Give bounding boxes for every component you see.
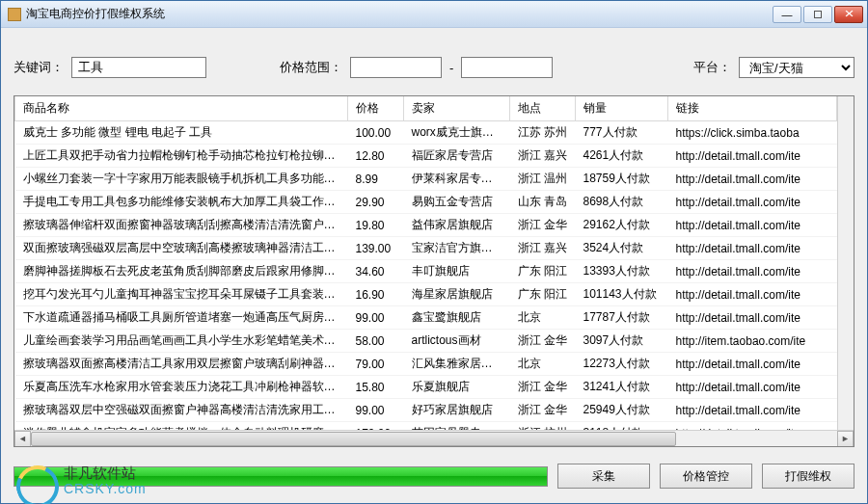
progress-bar xyxy=(14,466,548,487)
cell-location: 广东 阳江 xyxy=(510,260,576,283)
cell-sales: 31241人付款 xyxy=(576,376,668,399)
minimize-button[interactable]: — xyxy=(773,6,801,23)
cell-seller: 宝家洁官方旗舰店 xyxy=(404,237,510,260)
cell-price: 8.99 xyxy=(348,168,404,191)
collect-button[interactable]: 采集 xyxy=(557,464,650,489)
cell-name: 挖耳勺发光耳勺儿童掏耳神器宝宝挖耳朵耳屎镊子工具套装采耳带灯 xyxy=(15,283,348,306)
cell-link: http://detail.tmall.com/ite xyxy=(668,422,837,431)
cell-sales: 29162人付款 xyxy=(576,214,668,237)
table-row[interactable]: 擦玻璃器伸缩杆双面擦窗神器玻璃刮刮擦高楼清洁清洗窗户工具家用19.80益伟家居旗… xyxy=(15,214,837,237)
scroll-left-arrow[interactable]: ◄ xyxy=(14,431,31,447)
cell-link: https://click.simba.taoba xyxy=(668,121,837,145)
platform-select[interactable]: 淘宝/天猫 xyxy=(739,57,854,78)
scroll-right-arrow[interactable]: ► xyxy=(837,431,854,447)
cell-location: 浙江 金华 xyxy=(510,399,576,422)
cell-sales: 25949人付款 xyxy=(576,399,668,422)
cell-link: http://detail.tmall.com/ite xyxy=(668,214,837,237)
cell-sales: 4261人付款 xyxy=(576,145,668,168)
cell-seller: 易购五金专营店 xyxy=(404,191,510,214)
table-row[interactable]: 迷你婴儿辅食机宝宝多功能蒸煮搅拌一体全自动料理机研磨器工具179.00艾因宝母婴… xyxy=(15,422,837,431)
cell-location: 广东 阳江 xyxy=(510,283,576,306)
cell-price: 29.90 xyxy=(348,191,404,214)
cell-sales: 12273人付款 xyxy=(576,353,668,376)
cell-sales: 17787人付款 xyxy=(576,306,668,330)
table-row[interactable]: 双面擦玻璃强磁双层高层中空玻璃刮高楼擦玻璃神器清洁工具擦窗器139.00宝家洁官… xyxy=(15,237,837,260)
cell-seller: 福匠家居专营店 xyxy=(404,145,510,168)
col-name[interactable]: 商品名称 xyxy=(15,96,348,121)
cell-price: 79.00 xyxy=(348,353,404,376)
col-seller[interactable]: 卖家 xyxy=(404,96,510,121)
cell-name: 擦玻璃器伸缩杆双面擦窗神器玻璃刮刮擦高楼清洁清洗窗户工具家用 xyxy=(15,214,348,237)
cell-price: 139.00 xyxy=(348,237,404,260)
cell-location: 浙江 杭州 xyxy=(510,422,576,431)
table-row[interactable]: 小螺丝刀套装一字十字家用万能表眼镜手机拆机工具多功能梅花六角8.99伊莱科家居专… xyxy=(15,168,837,191)
cell-seller: 海星家居旗舰店 xyxy=(404,283,510,306)
cell-sales: 3097人付款 xyxy=(576,330,668,353)
cell-price: 99.00 xyxy=(348,399,404,422)
cell-seller: 汇风集雅家居专营店 xyxy=(404,353,510,376)
price-label: 价格范围： xyxy=(280,59,342,76)
price-control-button[interactable]: 价格管控 xyxy=(660,464,752,489)
table-row[interactable]: 手提电工专用工具包多功能维修安装帆布大加厚工具袋工作腰包小号29.90易购五金专… xyxy=(15,191,837,214)
bottom-row: 采集 价格管控 打假维权 xyxy=(14,459,854,493)
cell-name: 擦玻璃器双面擦高楼清洁工具家用双层擦窗户玻璃刮刷神器高层清洗 xyxy=(15,353,348,376)
cell-name: 磨脚神器搓脚板石去死皮老茧角质刮脚部磨皮后跟家用修脚器刀工具 xyxy=(15,260,348,283)
horizontal-scrollbar[interactable]: ◄ ► xyxy=(14,430,854,446)
vertical-scrollbar[interactable] xyxy=(837,96,854,430)
cell-location: 北京 xyxy=(510,353,576,376)
cell-sales: 13393人付款 xyxy=(576,260,668,283)
col-link[interactable]: 链接 xyxy=(668,96,837,121)
scroll-thumb[interactable] xyxy=(31,432,676,446)
cell-name: 小螺丝刀套装一字十字家用万能表眼镜手机拆机工具多功能梅花六角 xyxy=(15,168,348,191)
cell-name: 乐夏高压洗车水枪家用水管套装压力浇花工具冲刷枪神器软管喷头 xyxy=(15,376,348,399)
window-button-group: — ✕ xyxy=(773,6,863,23)
cell-name: 上匠工具双把手动省力拉帽枪铆钉枪手动抽芯枪拉钉枪拉铆枪铆钉枪 xyxy=(15,145,348,168)
table-row[interactable]: 儿童绘画套装学习用品画笔画画工具小学生水彩笔蜡笔美术文具礼盒58.00artli… xyxy=(15,330,837,353)
app-icon xyxy=(7,7,22,22)
price-to-input[interactable] xyxy=(461,57,553,78)
cell-price: 179.00 xyxy=(348,422,404,431)
table-row[interactable]: 乐夏高压洗车水枪家用水管套装压力浇花工具冲刷枪神器软管喷头15.80乐夏旗舰店浙… xyxy=(15,376,837,399)
cell-price: 58.00 xyxy=(348,330,404,353)
table-row[interactable]: 威克士 多功能 微型 锂电 电起子 工具100.00worx威克士旗舰店江苏 苏… xyxy=(15,121,837,145)
table-row[interactable]: 擦玻璃器双面擦高楼清洁工具家用双层擦窗户玻璃刮刷神器高层清洗79.00汇风集雅家… xyxy=(15,353,837,376)
table-row[interactable]: 挖耳勺发光耳勺儿童掏耳神器宝宝挖耳朵耳屎镊子工具套装采耳带灯16.90海星家居旗… xyxy=(15,283,837,306)
platform-label: 平台： xyxy=(693,59,731,76)
results-table: 商品名称 价格 卖家 地点 销量 链接 威克士 多功能 微型 锂电 电起子 工具… xyxy=(14,96,837,430)
keyword-input[interactable] xyxy=(71,57,206,78)
maximize-button[interactable] xyxy=(803,6,832,23)
search-row: 关键词： 价格范围： - 平台： 淘宝/天猫 xyxy=(14,57,854,78)
cell-location: 浙江 嘉兴 xyxy=(510,237,576,260)
cell-link: http://detail.tmall.com/ite xyxy=(668,260,837,283)
cell-seller: worx威克士旗舰店 xyxy=(404,121,510,145)
table-row[interactable]: 磨脚神器搓脚板石去死皮老茧角质刮脚部磨皮后跟家用修脚器刀工具34.60丰叮旗舰店… xyxy=(15,260,837,283)
price-from-input[interactable] xyxy=(350,57,442,78)
cell-seller: 丰叮旗舰店 xyxy=(404,260,510,283)
col-price[interactable]: 价格 xyxy=(348,96,404,121)
col-sales[interactable]: 销量 xyxy=(576,96,668,121)
cell-location: 浙江 温州 xyxy=(510,168,576,191)
cell-price: 19.80 xyxy=(348,214,404,237)
scroll-track[interactable] xyxy=(31,431,837,447)
table-row[interactable]: 擦玻璃器双层中空强磁双面擦窗户神器高楼清洁清洗家用工具刷刮擦99.00好巧家居旗… xyxy=(15,399,837,422)
cell-price: 15.80 xyxy=(348,376,404,399)
results-table-scroll: 商品名称 价格 卖家 地点 销量 链接 威克士 多功能 微型 锂电 电起子 工具… xyxy=(14,96,837,430)
cell-price: 99.00 xyxy=(348,306,404,330)
cell-sales: 3524人付款 xyxy=(576,237,668,260)
cell-link: http://detail.tmall.com/ite xyxy=(668,191,837,214)
cell-sales: 101143人付款 xyxy=(576,283,668,306)
cell-price: 34.60 xyxy=(348,260,404,283)
table-row[interactable]: 下水道疏通器捅马桶吸工具厕所管道堵塞一炮通高压气厨房家用神器99.00鑫宝鹭旗舰… xyxy=(15,306,837,330)
cell-link: http://detail.tmall.com/ite xyxy=(668,306,837,330)
cell-name: 擦玻璃器双层中空强磁双面擦窗户神器高楼清洁清洗家用工具刷刮擦 xyxy=(15,399,348,422)
results-panel: 商品名称 价格 卖家 地点 销量 链接 威克士 多功能 微型 锂电 电起子 工具… xyxy=(14,95,854,447)
table-row[interactable]: 上匠工具双把手动省力拉帽枪铆钉枪手动抽芯枪拉钉枪拉铆枪铆钉枪12.80福匠家居专… xyxy=(15,145,837,168)
cell-location: 江苏 苏州 xyxy=(510,121,576,145)
cell-sales: 3118人付款 xyxy=(576,422,668,431)
rights-button[interactable]: 打假维权 xyxy=(762,464,854,489)
cell-link: http://detail.tmall.com/ite xyxy=(668,399,837,422)
cell-price: 16.90 xyxy=(348,283,404,306)
col-location[interactable]: 地点 xyxy=(510,96,576,121)
close-button[interactable]: ✕ xyxy=(834,6,863,23)
cell-name: 迷你婴儿辅食机宝宝多功能蒸煮搅拌一体全自动料理机研磨器工具 xyxy=(15,422,348,431)
